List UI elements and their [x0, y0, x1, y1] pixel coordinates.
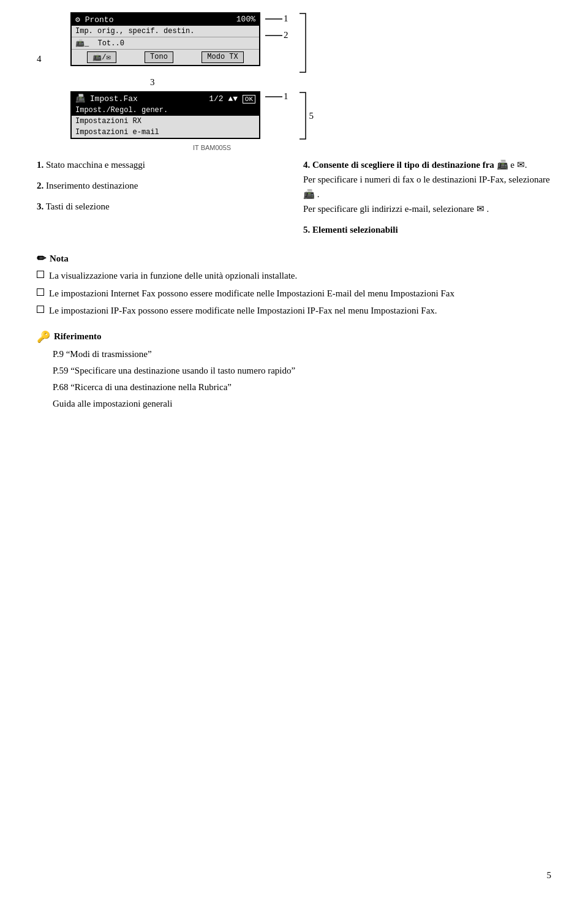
top-screen-row3: 📠_ Tot..0 [72, 37, 259, 50]
btn-fax-email[interactable]: 📠/✉ [87, 51, 116, 63]
reference-icon: 🔑 [37, 330, 50, 344]
ref-item-1: P.9 “Modi di trasmissione” [53, 346, 551, 363]
note-item-1: La visualizzazione varia in funzione del… [37, 269, 551, 283]
item-1: 1. Stato macchina e messaggi [37, 157, 285, 172]
top-screen-row2: Imp. orig., specif. destin. [72, 26, 259, 37]
menu-item-3[interactable]: Impostazioni e-mail [72, 127, 259, 138]
annotation-1: 1 [265, 13, 288, 24]
ref-item-4: Guida alle impostazioni generali [53, 396, 551, 412]
checkbox-1 [37, 271, 44, 278]
label-3: 3 [150, 77, 155, 88]
bottom-screen: 📠 Impost.Fax 1/2 ▲▼ OK Impost./Regol. ge… [70, 91, 260, 139]
item-5: 5. Elementi selezionabili [303, 222, 551, 237]
top-screen-row4: 📠/✉ Tono Modo TX [72, 50, 259, 65]
reference-section: 🔑 Riferimento P.9 “Modi di trasmissione”… [37, 330, 551, 412]
bottom-screen-header: 📠 Impost.Fax 1/2 ▲▼ OK [72, 92, 259, 105]
right-column: 4. Consente di scegliere il tipo di dest… [303, 157, 551, 243]
annotation-1-bottom: 1 [265, 91, 288, 102]
note-section: ✏ Nota La visualizzazione varia in funzi… [37, 252, 551, 322]
note-item-2: Le impostazioni Internet Fax possono ess… [37, 287, 551, 301]
left-column: 1. Stato macchina e messaggi 2. Inserime… [37, 157, 285, 243]
ref-item-2: P.59 “Specificare una destinazione usand… [53, 363, 551, 379]
btn-tono[interactable]: Tono [145, 51, 173, 63]
it-label: IT BAM005S [193, 144, 231, 151]
page-number: 5 [547, 870, 552, 881]
item-4: 4. Consente di scegliere il tipo di dest… [303, 157, 551, 216]
annotation-2: 2 [265, 30, 288, 40]
top-screen-row1: ⚙ Pronto 100% [72, 13, 259, 26]
menu-item-1[interactable]: Impost./Regol. gener. [72, 105, 259, 116]
label-4: 4 [37, 54, 42, 64]
note-item-3: Le impostazioni IP-Fax possono essere mo… [37, 304, 551, 318]
annotation-5: 5 [309, 111, 314, 121]
menu-item-2[interactable]: Impostazioni RX [72, 116, 259, 127]
btn-modo-tx[interactable]: Modo TX [202, 51, 243, 63]
note-title: ✏ Nota [37, 252, 551, 265]
note-icon: ✏ [37, 252, 46, 265]
ref-item-3: P.68 “Ricerca di una destinazione nella … [53, 379, 551, 396]
item-3: 3. Tasti di selezione [37, 199, 285, 214]
top-screen: ⚙ Pronto 100% Imp. orig., specif. destin… [70, 12, 260, 66]
checkbox-3 [37, 306, 44, 313]
reference-title: 🔑 Riferimento [37, 330, 551, 344]
checkbox-2 [37, 288, 44, 296]
item-2: 2. Inserimento destinazione [37, 178, 285, 193]
